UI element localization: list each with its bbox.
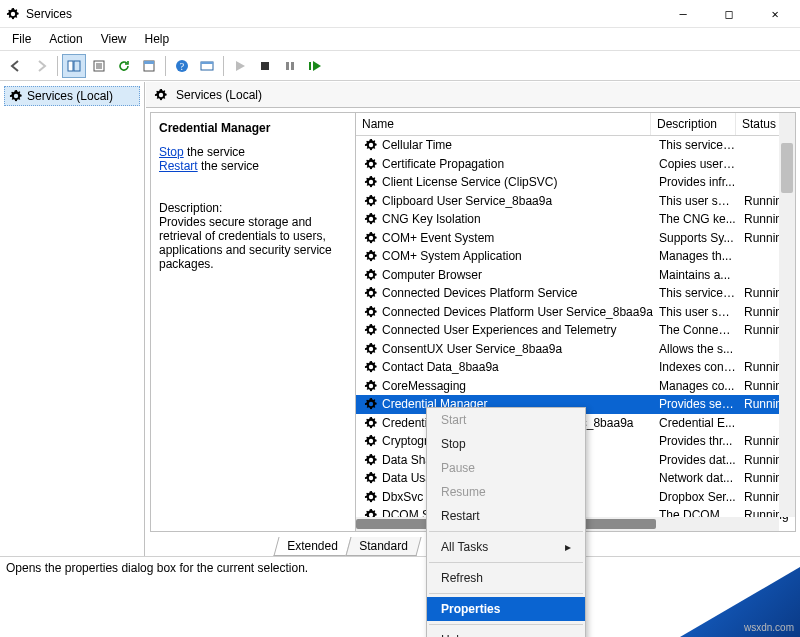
menu-view[interactable]: View (93, 30, 135, 48)
ctx-resume: Resume (427, 480, 585, 504)
col-name[interactable]: Name (356, 113, 651, 135)
service-description: This user ser... (655, 305, 740, 319)
description-heading: Description: (159, 201, 347, 215)
vertical-scrollbar[interactable] (779, 113, 795, 517)
gear-icon (364, 194, 378, 208)
gear-icon (364, 305, 378, 319)
tab-standard[interactable]: Standard (345, 537, 421, 556)
svg-rect-12 (309, 62, 311, 70)
ctx-pause: Pause (427, 456, 585, 480)
pause-service-button[interactable] (278, 54, 302, 78)
forward-button[interactable] (29, 54, 53, 78)
status-bar: Opens the properties dialog box for the … (0, 556, 800, 579)
service-name: Contact Data_8baa9a (382, 360, 499, 374)
service-description: Copies user ... (655, 157, 740, 171)
tree-root-item[interactable]: Services (Local) (4, 86, 140, 106)
restart-service-button[interactable] (303, 54, 327, 78)
svg-rect-4 (144, 61, 154, 64)
gear-icon (364, 453, 378, 467)
service-description: Provides dat... (655, 453, 740, 467)
col-description[interactable]: Description (651, 113, 736, 135)
service-description: Provides sec... (655, 397, 740, 411)
tab-extended[interactable]: Extended (273, 537, 351, 556)
gear-icon (364, 490, 378, 504)
gear-icon (364, 360, 378, 374)
detail-panel: Credential Manager Stop the service Rest… (151, 113, 356, 531)
menu-file[interactable]: File (4, 30, 39, 48)
table-row[interactable]: Cellular TimeThis service ... (356, 136, 795, 155)
ctx-refresh[interactable]: Refresh (427, 566, 585, 590)
menu-action[interactable]: Action (41, 30, 90, 48)
service-description: Manages th... (655, 249, 740, 263)
table-row[interactable]: Connected Devices Platform User Service_… (356, 303, 795, 322)
menu-help[interactable]: Help (137, 30, 178, 48)
gear-icon (364, 342, 378, 356)
gear-icon (364, 157, 378, 171)
start-service-button[interactable] (228, 54, 252, 78)
back-button[interactable] (4, 54, 28, 78)
toolbar: ? (0, 51, 800, 81)
restart-link[interactable]: Restart (159, 159, 198, 173)
export-list-button[interactable] (87, 54, 111, 78)
help-button[interactable]: ? (170, 54, 194, 78)
properties-button[interactable] (137, 54, 161, 78)
view-button[interactable] (195, 54, 219, 78)
svg-rect-1 (74, 61, 80, 71)
table-row[interactable]: COM+ Event SystemSupports Sy...Running (356, 229, 795, 248)
right-header-label: Services (Local) (176, 88, 262, 102)
table-row[interactable]: Contact Data_8baa9aIndexes cont...Runnin… (356, 358, 795, 377)
service-name: ConsentUX User Service_8baa9a (382, 342, 562, 356)
context-menu: Start Stop Pause Resume Restart All Task… (426, 407, 586, 637)
submenu-arrow-icon: ▸ (565, 540, 571, 554)
ctx-properties[interactable]: Properties (427, 597, 585, 621)
svg-rect-8 (201, 62, 213, 64)
gear-icon (364, 231, 378, 245)
minimize-button[interactable]: — (660, 0, 706, 28)
list-header: Name Description Status (356, 113, 795, 136)
table-row[interactable]: Clipboard User Service_8baa9aThis user s… (356, 192, 795, 211)
right-header: Services (Local) (146, 82, 800, 108)
refresh-button[interactable] (112, 54, 136, 78)
table-row[interactable]: Connected Devices Platform ServiceThis s… (356, 284, 795, 303)
service-description: This user ser... (655, 194, 740, 208)
service-description: Credential E... (655, 416, 740, 430)
stop-service-button[interactable] (253, 54, 277, 78)
gear-icon (364, 416, 378, 430)
service-description: Maintains a... (655, 268, 740, 282)
ctx-all-tasks[interactable]: All Tasks▸ (427, 535, 585, 559)
table-row[interactable]: COM+ System ApplicationManages th... (356, 247, 795, 266)
service-description: The CNG ke... (655, 212, 740, 226)
ctx-stop[interactable]: Stop (427, 432, 585, 456)
selected-service-name: Credential Manager (159, 121, 347, 135)
table-row[interactable]: Certificate PropagationCopies user ... (356, 155, 795, 174)
table-row[interactable]: ConsentUX User Service_8baa9aAllows the … (356, 340, 795, 359)
svg-rect-9 (261, 62, 269, 70)
gear-icon (364, 323, 378, 337)
table-row[interactable]: CNG Key IsolationThe CNG ke...Running (356, 210, 795, 229)
gear-icon (154, 88, 168, 102)
svg-rect-0 (68, 61, 73, 71)
gear-icon (364, 434, 378, 448)
ctx-restart[interactable]: Restart (427, 504, 585, 528)
table-row[interactable]: CoreMessagingManages co...Running (356, 377, 795, 396)
ctx-help[interactable]: Help (427, 628, 585, 637)
title-bar: Services — □ ✕ (0, 0, 800, 28)
gear-icon (364, 268, 378, 282)
show-hide-tree-button[interactable] (62, 54, 86, 78)
service-name: CNG Key Isolation (382, 212, 481, 226)
table-row[interactable]: Computer BrowserMaintains a... (356, 266, 795, 285)
service-description: This service i... (655, 286, 740, 300)
table-row[interactable]: Connected User Experiences and Telemetry… (356, 321, 795, 340)
close-button[interactable]: ✕ (752, 0, 798, 28)
gear-icon (364, 471, 378, 485)
gear-icon (364, 138, 378, 152)
gear-icon (364, 212, 378, 226)
menu-bar: File Action View Help (0, 28, 800, 51)
service-name: Cellular Time (382, 138, 452, 152)
table-row[interactable]: Client License Service (ClipSVC)Provides… (356, 173, 795, 192)
description-body: Provides secure storage and retrieval of… (159, 215, 347, 271)
stop-link[interactable]: Stop (159, 145, 184, 159)
service-description: Manages co... (655, 379, 740, 393)
maximize-button[interactable]: □ (706, 0, 752, 28)
window-title: Services (26, 7, 72, 21)
